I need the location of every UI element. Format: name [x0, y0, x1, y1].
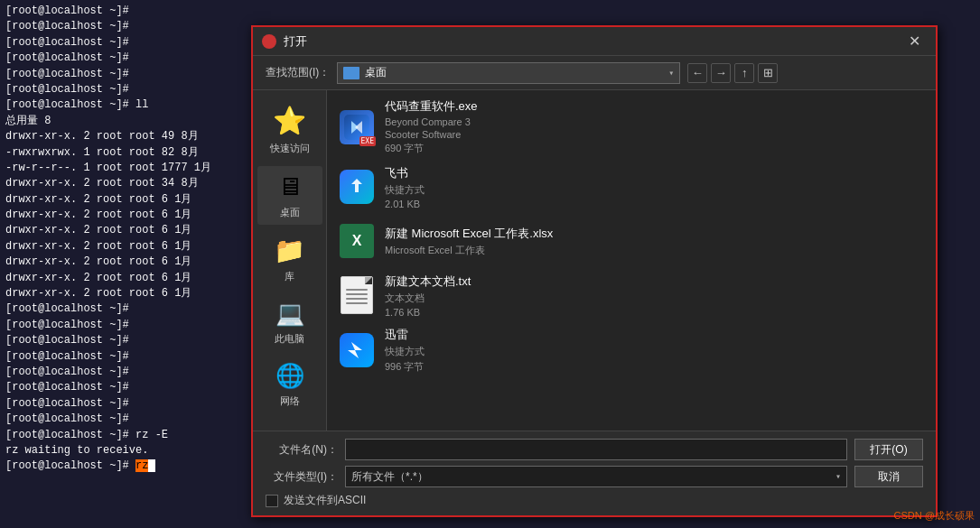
filename-row: 文件名(N)： 打开(O) [266, 439, 923, 460]
txt-line [346, 289, 368, 291]
dialog-title-icon [262, 34, 276, 49]
filetype-dropdown[interactable]: 所有文件（*.*） ▾ [345, 466, 847, 487]
sidebar-item-quickaccess[interactable]: ⭐ 快速访问 [257, 99, 322, 161]
terminal-line: [root@localhost ~]# [5, 35, 243, 51]
location-folder-icon [343, 67, 359, 79]
terminal-line: [root@localhost ~]# [5, 365, 243, 380]
terminal-line: [root@localhost ~]# [5, 82, 243, 97]
terminal-line: drwxr-xr-x. 2 root root 6 1月 [5, 208, 243, 223]
sidebar-item-computer[interactable]: 💻 此电脑 [257, 294, 322, 351]
terminal-line: [root@localhost ~]# [5, 318, 243, 333]
sidebar-item-network[interactable]: 🌐 网络 [257, 357, 322, 413]
terminal-line: drwxr-xr-x. 2 root root 49 8月 [5, 129, 243, 144]
file-size: 2.01 KB [385, 199, 925, 209]
dialog-titlebar: 打开 ✕ [253, 27, 936, 56]
file-item-info: 新建 Microsoft Excel 工作表.xlsx Microsoft Ex… [385, 226, 925, 257]
file-list[interactable]: EXE 代码查重软件.exe Beyond Compare 3 Scooter … [327, 90, 936, 431]
sidebar-item-library[interactable]: 📁 库 [257, 230, 322, 289]
forward-button[interactable]: → [711, 63, 731, 83]
filetype-arrow-icon: ▾ [835, 471, 841, 482]
list-item[interactable]: EXE 代码查重软件.exe Beyond Compare 3 Scooter … [327, 94, 936, 160]
up-button[interactable]: ↑ [734, 63, 754, 83]
filename-input[interactable] [345, 439, 847, 460]
dropdown-arrow-icon: ▾ [668, 68, 674, 79]
terminal-line: [root@localhost ~]# [5, 396, 243, 412]
terminal-line: [root@localhost ~]# [5, 4, 243, 19]
terminal-line: [root@localhost ~]# [5, 349, 243, 365]
sidebar-network-label: 网络 [280, 394, 300, 408]
cancel-button[interactable]: 取消 [854, 466, 923, 487]
dialog-bottom: 文件名(N)： 打开(O) 文件类型(I)： 所有文件（*.*） ▾ 取消 发送… [253, 431, 936, 515]
list-item[interactable]: X 新建 Microsoft Excel 工作表.xlsx Microsoft … [327, 214, 936, 268]
filetype-label: 文件类型(I)： [266, 469, 338, 485]
feishu-app-icon [340, 170, 374, 204]
sidebar-item-desktop[interactable]: 🖥 桌面 [257, 166, 322, 225]
ascii-checkbox[interactable] [266, 495, 278, 507]
toolbar-buttons: ← → ↑ ⊞ [687, 63, 778, 83]
list-item[interactable]: 飞书 快捷方式 2.01 KB [327, 160, 936, 214]
desktop-icon: 🖥 [277, 171, 303, 202]
file-item-info: 新建文本文档.txt 文本文档 1.76 KB [385, 273, 925, 318]
back-button[interactable]: ← [687, 63, 707, 83]
open-file-dialog: 打开 ✕ 查找范围(I)： 桌面 ▾ ← → ↑ ⊞ ⭐ 快速访问 🖥 桌面 [251, 25, 938, 517]
file-item-info: 飞书 快捷方式 2.01 KB [385, 165, 925, 209]
file-icon-excel: X [338, 222, 376, 260]
location-dropdown[interactable]: 桌面 ▾ [337, 62, 680, 84]
file-size: 1.76 KB [385, 307, 925, 318]
terminal-line: [root@localhost ~]# [5, 301, 243, 317]
terminal-line: drwxr-xr-x. 2 root root 6 1月 [5, 223, 243, 238]
xunlei-app-icon [340, 333, 374, 367]
txt-line [346, 293, 368, 295]
close-button[interactable]: ✕ [901, 32, 927, 51]
sidebar-library-label: 库 [285, 270, 294, 283]
file-sub1: Microsoft Excel 工作表 [385, 244, 925, 257]
file-item-info: 代码查重软件.exe Beyond Compare 3 Scooter Soft… [385, 98, 925, 155]
file-sub2: Scooter Software [385, 129, 925, 140]
file-sub1: 快捷方式 [385, 183, 925, 197]
sidebar-quickaccess-label: 快速访问 [270, 142, 310, 155]
location-text: 桌面 [365, 65, 665, 80]
file-icon-bc: EXE [338, 108, 376, 146]
star-icon: ⭐ [273, 105, 306, 138]
terminal-line: [root@localhost ~]# ll [5, 97, 243, 113]
ascii-checkbox-label: 发送文件到ASCII [284, 493, 366, 508]
terminal-line: -rwxrwxrwx. 1 root root 82 8月 [5, 145, 243, 161]
list-item[interactable]: 新建文本文档.txt 文本文档 1.76 KB [327, 268, 936, 322]
terminal-line: drwxr-xr-x. 2 root root 6 1月 [5, 192, 243, 208]
library-icon: 📁 [274, 236, 305, 266]
file-icon-feishu [338, 168, 376, 206]
terminal-line: drwxr-xr-x. 2 root root 34 8月 [5, 176, 243, 191]
terminal-line: [root@localhost ~]# [5, 51, 243, 66]
list-item[interactable]: 迅雷 快捷方式 996 字节 [327, 322, 936, 378]
view-button[interactable]: ⊞ [758, 63, 778, 83]
terminal-line: 总用量 8 [5, 114, 243, 129]
excel-app-icon: X [340, 224, 374, 258]
terminal-line: [root@localhost ~]# [5, 19, 243, 34]
terminal-line: [root@localhost ~]# [5, 412, 243, 427]
checkbox-row: 发送文件到ASCII [266, 493, 923, 508]
file-sub1: 快捷方式 [385, 345, 925, 358]
file-size: 690 字节 [385, 142, 925, 155]
terminal-line: -rw-r--r--. 1 root root 1777 1月 [5, 161, 243, 176]
svg-marker-3 [348, 342, 362, 358]
filetype-value: 所有文件（*.*） [351, 469, 835, 485]
file-name: 迅雷 [385, 327, 925, 343]
txt-line [346, 302, 368, 304]
sidebar-desktop-label: 桌面 [280, 206, 300, 219]
file-sub1: 文本文档 [385, 292, 925, 305]
file-sub1: Beyond Compare 3 [385, 116, 925, 127]
filename-label: 文件名(N)： [266, 442, 338, 458]
terminal-line: rz waiting to receive. [5, 443, 243, 459]
file-name: 新建文本文档.txt [385, 273, 925, 290]
terminal-line: [root@localhost ~]# rz -E [5, 428, 243, 443]
dialog-main: ⭐ 快速访问 🖥 桌面 📁 库 💻 此电脑 🌐 网络 [253, 90, 936, 431]
file-icon-xunlei [338, 331, 376, 369]
txt-lines [342, 283, 371, 308]
terminal-line: [root@localhost ~]# [5, 333, 243, 348]
network-icon: 🌐 [275, 362, 304, 391]
location-label: 查找范围(I)： [266, 65, 330, 80]
open-button[interactable]: 打开(O) [854, 439, 923, 460]
dialog-title: 打开 [284, 33, 901, 50]
terminal-line: [root@localhost ~]# [5, 380, 243, 395]
terminal-line: drwxr-xr-x. 2 root root 6 1月 [5, 271, 243, 286]
